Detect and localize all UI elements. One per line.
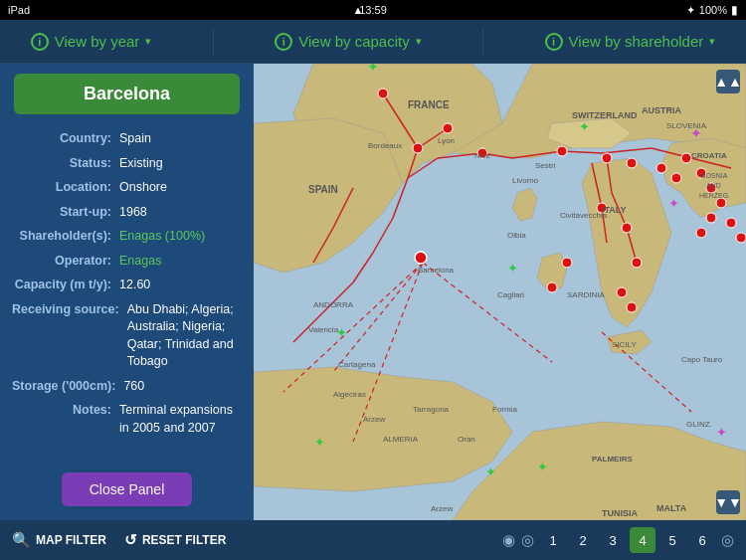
close-panel-button[interactable]: Close Panel (62, 472, 193, 506)
svg-point-33 (557, 146, 567, 156)
svg-point-42 (706, 213, 716, 223)
main-content: Barcelona Country:SpainStatus:ExistingLo… (0, 64, 746, 520)
svg-text:MALTA: MALTA (656, 503, 687, 513)
panel-data-row: Receiving source:Abu Dhabi; Algeria; Aus… (12, 301, 242, 371)
page-forward-arrow[interactable]: ◎ (721, 531, 734, 549)
panel-data-row: Start-up:1968 (12, 204, 242, 222)
svg-point-34 (602, 153, 612, 163)
map-filter-button[interactable]: 🔍 MAP FILTER (12, 531, 106, 549)
panel-data-row: Storage ('000cm):760 (12, 378, 242, 396)
panel-data-row: Status:Existing (12, 155, 242, 173)
svg-text:Valencia: Valencia (308, 325, 339, 334)
battery-icon: ▮ (731, 3, 738, 17)
svg-text:SLOVENIA: SLOVENIA (666, 121, 707, 130)
svg-text:SARDINIA: SARDINIA (567, 290, 605, 299)
page-prev-arrow[interactable]: ◉ (502, 531, 515, 549)
map-area[interactable]: ✦ ✦ ✦ ✦ ✦ ✦ ✦ ✦ ✦ ✦ FRANCE SPAIN SWITZER… (254, 64, 746, 520)
view-by-shareholder-chevron: ▾ (709, 35, 715, 48)
top-nav-bar: i View by year ▾ i View by capacity ▾ i … (0, 20, 746, 64)
page-button-2[interactable]: 2 (570, 527, 596, 553)
view-by-capacity-label: View by capacity (298, 33, 409, 50)
svg-text:AUSTRIA: AUSTRIA (642, 105, 681, 115)
data-field-label: Storage ('000cm): (12, 378, 123, 396)
svg-text:SPAIN: SPAIN (308, 184, 338, 195)
svg-text:Formia: Formia (492, 405, 517, 414)
data-field-value: 760 (123, 378, 242, 396)
panel-data-row: Location:Onshore (12, 179, 242, 197)
svg-text:Livorno: Livorno (512, 176, 539, 185)
panel-data-row: Country:Spain (12, 130, 242, 148)
svg-point-50 (547, 282, 557, 292)
svg-point-30 (443, 123, 453, 133)
svg-text:PALMEIRS: PALMEIRS (592, 455, 633, 464)
svg-point-48 (617, 287, 627, 297)
page-button-5[interactable]: 5 (659, 527, 685, 553)
view-by-shareholder-info-icon[interactable]: i (545, 33, 563, 51)
panel-data-row: Notes:Terminal expansions in 2005 and 20… (12, 402, 242, 437)
data-field-value: Abu Dhabi; Algeria; Australia; Nigeria; … (127, 301, 242, 371)
svg-text:Cagliari: Cagliari (497, 290, 524, 299)
svg-text:ALMERIA: ALMERIA (383, 435, 419, 444)
status-bar: iPad ▲ 13:59 ✦ 100% ▮ (0, 0, 746, 20)
data-field-value: 12.60 (119, 277, 242, 294)
data-field-value: 1968 (119, 204, 242, 222)
page-button-1[interactable]: 1 (540, 527, 566, 553)
svg-point-45 (736, 233, 746, 243)
reset-filter-label: RESET FILTER (142, 533, 226, 547)
map-filter-label: MAP FILTER (36, 533, 106, 547)
reset-icon: ↺ (124, 531, 137, 549)
data-field-label: Capacity (m t/y): (12, 277, 119, 294)
panel-title: Barcelona (14, 74, 240, 114)
data-field-label: Operator: (12, 253, 119, 271)
svg-text:Oran: Oran (458, 435, 475, 444)
svg-text:Sestri: Sestri (535, 161, 556, 170)
data-field-label: Country: (12, 130, 119, 148)
bottom-bar: 🔍 MAP FILTER ↺ RESET FILTER ◉ ◎ 123456 ◎ (0, 520, 746, 560)
view-by-year-info-icon[interactable]: i (31, 33, 49, 51)
data-field-label: Location: (12, 179, 119, 197)
svg-text:AND: AND (706, 182, 721, 189)
panel-data-row: Capacity (m t/y):12.60 (12, 277, 242, 294)
view-by-capacity-chevron: ▾ (416, 35, 422, 48)
svg-text:Nice: Nice (474, 151, 491, 160)
svg-point-53 (415, 252, 427, 264)
data-field-value: Onshore (119, 179, 242, 197)
bluetooth-icon: ✦ (686, 4, 695, 17)
svg-point-36 (656, 163, 666, 173)
svg-text:BOSNIA: BOSNIA (701, 172, 728, 179)
map-scroll-down-button[interactable]: ▼▼ (716, 490, 740, 514)
map-svg: ✦ ✦ ✦ ✦ ✦ ✦ ✦ ✦ ✦ ✦ FRANCE SPAIN SWITZER… (254, 64, 746, 520)
view-by-capacity-nav[interactable]: i View by capacity ▾ (275, 33, 421, 51)
left-panel: Barcelona Country:SpainStatus:ExistingLo… (0, 64, 254, 520)
reset-filter-button[interactable]: ↺ RESET FILTER (124, 531, 226, 549)
svg-text:Arzew: Arzew (431, 504, 453, 513)
svg-text:Tarragona: Tarragona (413, 405, 450, 414)
view-by-year-nav[interactable]: i View by year ▾ (31, 33, 152, 51)
svg-text:✦: ✦ (537, 460, 548, 474)
page-back-arrow[interactable]: ◎ (521, 531, 534, 549)
svg-text:FRANCE: FRANCE (408, 99, 450, 110)
svg-text:CROATIA: CROATIA (691, 151, 727, 160)
svg-point-41 (716, 198, 726, 208)
page-button-3[interactable]: 3 (600, 527, 626, 553)
data-field-label: Notes: (12, 402, 119, 437)
svg-point-38 (681, 153, 691, 163)
svg-point-43 (696, 228, 706, 238)
svg-text:Capo Tauro: Capo Tauro (681, 355, 723, 364)
page-button-4[interactable]: 4 (630, 527, 655, 553)
nav-divider-1 (213, 28, 214, 56)
data-field-value: Existing (119, 155, 242, 173)
view-by-capacity-info-icon[interactable]: i (275, 33, 292, 51)
svg-text:✦: ✦ (579, 119, 590, 134)
panel-data-row: Shareholder(s):Enagas (100%) (12, 228, 242, 246)
svg-text:Bordeaux: Bordeaux (368, 141, 402, 150)
svg-text:✦: ✦ (507, 261, 518, 276)
page-button-6[interactable]: 6 (689, 527, 715, 553)
view-by-year-label: View by year (55, 33, 140, 50)
data-field-label: Start-up: (12, 204, 119, 222)
svg-text:Lyon: Lyon (438, 136, 455, 145)
svg-text:✦: ✦ (485, 465, 496, 479)
svg-text:ANDORRA: ANDORRA (313, 300, 354, 309)
map-scroll-up-button[interactable]: ▲▲ (716, 70, 740, 93)
view-by-shareholder-nav[interactable]: i View by shareholder ▾ (545, 33, 716, 51)
